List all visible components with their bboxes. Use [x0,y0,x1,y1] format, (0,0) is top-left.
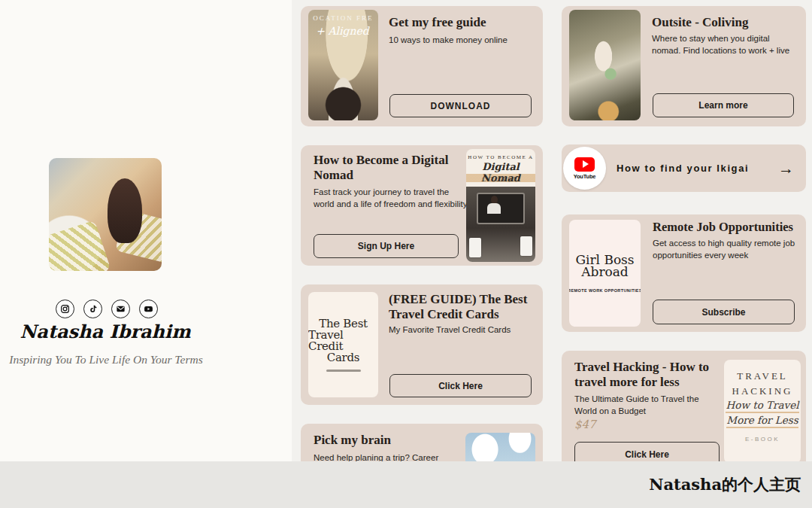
email-link[interactable] [111,300,130,318]
instagram-icon [60,304,70,314]
digital-nomad-desc: Fast track your journey to travel the wo… [314,187,468,210]
jobs-image-line2: Abroad [581,266,629,278]
presenter-figure [487,203,501,214]
credit-cards-desc: My Favorite Travel Credit Cards [389,324,535,336]
free-guide-image-caption: OCATION FRE [308,14,378,22]
ebook-label: E-BOOK [724,436,801,443]
learn-more-button[interactable]: Learn more [653,93,794,117]
profile-photo [49,158,162,271]
card-ikigai-video[interactable]: YouTube How to find your Ikigai → [562,144,806,192]
ebook-script1: How to Travel [726,399,798,413]
card-travel-hacking[interactable]: Travel Hacking - How to travel more for … [562,351,806,470]
youtube-link[interactable] [139,300,158,318]
youtube-brand-label: YouTube [574,173,596,180]
credit-image-line3: Cards [327,352,359,364]
remote-jobs-title: Remote Job Opportunities [653,220,793,235]
card-digital-nomad[interactable]: How to Become a Digital Nomad Fast track… [301,145,543,266]
course-image-photo [466,187,535,262]
pillow-stripes-decor [49,220,111,271]
course-image-caps: HOW TO BECOME A [466,154,535,160]
price-label: $47 [574,418,596,431]
worksheet-mockup [469,238,481,257]
tiktok-link[interactable] [83,300,102,318]
remote-jobs-desc: Get access to high quality remote job op… [653,238,799,261]
free-guide-image: OCATION FRE + Aligned [308,10,378,120]
card-credit-cards[interactable]: The Best Travel Credit Cards (FREE GUIDE… [301,284,543,405]
footer-bar: Natasha的个人主页 [0,461,812,508]
free-guide-title: Get my free guide [389,15,486,30]
profile-name: Natasha Ibrahim [0,321,211,342]
instagram-link[interactable] [56,300,74,318]
sign-up-button[interactable]: Sign Up Here [314,234,459,258]
digital-nomad-title: How to Become a Digital Nomad [314,153,471,184]
outsite-desc: Where to stay when you digital nomad. Fi… [652,33,801,56]
free-guide-desc: 10 ways to make money online [389,35,532,47]
youtube-logo-badge: YouTube [563,147,606,190]
outsite-title: Outsite - Coliving [652,15,748,30]
card-free-guide[interactable]: OCATION FRE + Aligned Get my free guide … [301,6,543,126]
course-image-label: COURSE [466,176,535,183]
girl-boss-abroad-image: Girl Boss Abroad REMOTE WORK OPPORTUNITI… [569,220,641,327]
free-guide-image-script: + Aligned [308,25,377,37]
credit-click-here-button[interactable]: Click Here [389,374,532,397]
credit-cards-image: The Best Travel Credit Cards [308,292,378,397]
link-in-bio-page: Natasha Ibrahim Inspiring You To Live Li… [0,0,812,508]
digital-nomad-course-image: HOW TO BECOME A Digital Nomad COURSE [466,149,535,262]
outsite-image [569,10,641,120]
ebook-caps1: TRAVEL [724,369,801,384]
travel-hacking-desc: The Ultimate Guide to Travel the World o… [574,394,723,417]
youtube-play-icon [574,157,595,172]
ikigai-video-title: How to find your Ikigai [617,144,749,192]
email-icon [116,304,126,314]
subscribe-button[interactable]: Subscribe [653,300,795,324]
credit-image-line2: Travel Credit [308,330,378,352]
ebook-script2: More for Less [726,414,798,428]
card-outsite[interactable]: Outsite - Coliving Where to stay when yo… [562,6,806,126]
travel-hacking-ebook-image: TRAVEL HACKING How to Travel More for Le… [724,360,801,464]
arrow-right-icon: → [778,144,794,192]
download-button[interactable]: DOWNLOAD [389,94,532,117]
credit-image-url-text [326,370,361,372]
youtube-icon [144,304,153,314]
credit-cards-title: (FREE GUIDE) The Best Travel Credit Card… [389,292,539,323]
footer-page-title: Natasha的个人主页 [649,474,801,495]
travel-hacking-title: Travel Hacking - How to travel more for … [574,360,729,391]
social-links-row [56,300,158,318]
profile-tagline: Inspiring You To Live Life On Your Terms [0,353,212,367]
ebook-caps2: HACKING [724,384,801,399]
worksheet-mockup [520,236,532,256]
pick-my-brain-title: Pick my brain [314,433,391,448]
card-remote-jobs[interactable]: Girl Boss Abroad REMOTE WORK OPPORTUNITI… [562,214,806,332]
monitor-mockup [477,193,525,224]
jobs-image-subtitle: REMOTE WORK OPPORTUNITIES [569,288,641,293]
tiktok-icon [88,304,98,314]
portrait-figure-decor [108,178,142,243]
